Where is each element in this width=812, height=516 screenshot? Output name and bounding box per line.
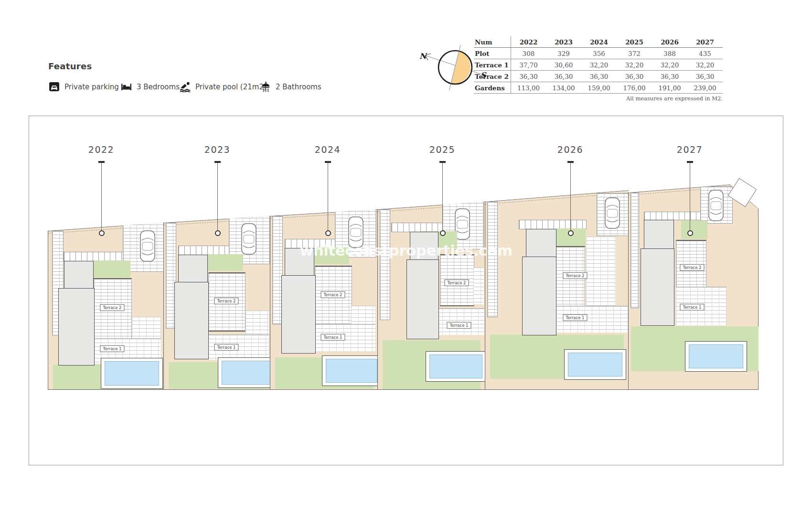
pool-water [429,355,482,378]
car-icon [139,230,156,262]
plot-leader-line [101,163,102,231]
boundary-wall [380,209,390,320]
plot-leader-bar [214,161,221,163]
house-lower [522,257,556,335]
plot-marker [325,230,331,236]
picket-fence [644,212,701,220]
plot-label: 2023 [196,144,239,155]
plot-label: 2026 [549,144,592,155]
plot-area: Terrace 2Terrace 1 [48,223,164,390]
house-upper [64,261,94,289]
plot-leader-bar [98,161,105,163]
terrace-label: Terrace 1 [214,344,238,351]
plot-leader-bar [687,161,693,163]
car-icon [604,197,620,229]
pool [426,351,486,382]
plot-label: 2027 [668,144,711,155]
plan-bottom-boundary [48,389,758,390]
terrace-label: Terrace 1 [321,334,345,341]
house-upper [178,255,208,283]
terrace-label: Terrace 1 [680,304,704,311]
plot-marker [568,230,574,236]
boundary-wall [487,202,498,317]
plot-label: 2022 [80,144,123,155]
pool-water [105,361,159,386]
terrace-label: Terrace 1 [447,322,471,329]
house-lower [174,282,209,359]
pool-water [568,353,622,376]
house-upper [644,220,674,249]
watermark: whitecoastproperties.com [284,242,528,259]
terrace-label: Terrace 2 [444,280,469,286]
garden-patch [207,254,243,271]
paved-area [246,311,269,334]
plot-leader-bar [567,161,574,163]
boundary-wall [630,193,639,308]
paved-area [351,306,375,324]
house-upper [526,229,556,258]
car-icon [708,189,724,222]
plot-leader-bar [439,161,446,163]
terrace-label: Terrace 2 [563,272,587,279]
plot-area: Terrace 2Terrace 1 [163,216,270,390]
plot-leader-line [690,163,690,231]
plot-leader-line [442,163,443,231]
plot-leader-bar [325,161,331,163]
pool [685,341,747,372]
pool-water [326,359,377,383]
terrace-label: Terrace 2 [100,304,124,311]
plot-marker [440,230,446,236]
picket-fence [64,252,132,261]
pool-water [222,361,271,385]
plot-leader-line [217,163,218,231]
picket-fence [519,220,587,229]
car-icon [241,223,257,255]
plot-marker [99,230,105,236]
plot-area: Terrace 2Terrace 1 [485,190,629,390]
plot-marker [687,230,693,236]
pool [218,357,275,388]
paved-area [473,268,484,304]
terrace-label: Terrace 1 [100,345,124,352]
plot-leader-line [328,163,328,231]
plot-label: 2024 [306,144,349,155]
plot-label: 2025 [421,144,464,155]
plot-marker [215,230,221,236]
plot-area: Terrace 2Terrace 1 [628,184,759,390]
plot-area: Terrace 2Terrace 1 [270,209,378,390]
pool [322,355,381,386]
terrace-label: Terrace 2 [214,298,238,304]
terrace-label: Terrace 2 [680,264,704,271]
pool-water [689,344,743,368]
terrace-1-area [549,306,628,333]
house-lower [406,259,439,339]
pool [101,358,163,389]
paved-area [586,236,616,306]
terrace-label: Terrace 2 [321,291,345,298]
house-lower [58,288,95,366]
pool [564,349,626,380]
house-lower [641,248,674,326]
plot-area: Terrace 2Terrace 1 [377,202,485,390]
house-lower [281,275,316,354]
site-plan-page: Features Private parking 3 Bedrooms Priv… [0,0,812,516]
terrace-label: Terrace 1 [563,314,587,321]
plot-leader-line [570,163,571,231]
garden-patch [681,221,707,239]
paved-area [132,317,161,338]
garden-patch [94,260,130,278]
